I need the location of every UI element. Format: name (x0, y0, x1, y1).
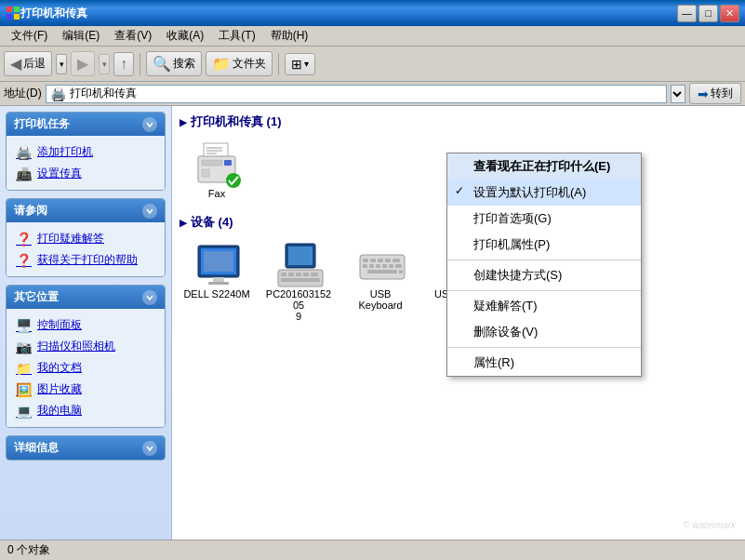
ctx-troubleshoot-label: 疑难解答(T) (473, 299, 538, 313)
sidebar-item-scanner-camera[interactable]: 📷 扫描仪和照相机 (14, 336, 157, 357)
minimize-button[interactable]: — (677, 5, 697, 22)
control-panel-label: 控制面板 (37, 317, 82, 333)
ctx-item-printing-prefs[interactable]: 打印首选项(G) (447, 206, 641, 232)
ctx-separator-3 (447, 347, 641, 348)
sidebar-section-title-printer-tasks: 打印机任务 (14, 116, 70, 132)
sidebar-header-printer-tasks[interactable]: 打印机任务 (7, 113, 165, 136)
go-arrow-icon: ➡ (698, 87, 709, 101)
views-dropdown-arrow: ▾ (304, 59, 309, 69)
up-button[interactable]: ↑ (113, 52, 134, 76)
ctx-item-set-default[interactable]: 设置为默认打印机(A) (447, 180, 641, 206)
address-bar: 地址(D) 🖨️ 打印机和传真 ▾ ➡ 转到 (0, 82, 745, 106)
back-dropdown[interactable]: ▾ (56, 54, 67, 74)
ctx-item-printer-props[interactable]: 打印机属性(P) (447, 232, 641, 258)
pc-icon (276, 242, 321, 287)
forward-button[interactable]: ▶ (71, 51, 95, 76)
collapse-printer-tasks[interactable] (142, 117, 157, 132)
ctx-item-delete[interactable]: 删除设备(V) (447, 319, 641, 345)
ctx-item-properties[interactable]: 属性(R) (447, 350, 641, 376)
sidebar-header-see-also[interactable]: 请参阅 (7, 199, 165, 222)
window-title: 打印机和传真 (20, 6, 677, 21)
device-item-pc[interactable]: PC20160315205 9 (261, 238, 336, 326)
sidebar-section-printer-tasks: 打印机任务 🖨️ 添加打印机 📠 设置传真 (6, 112, 166, 191)
device-item-keyboard[interactable]: USB Keyboard (343, 238, 418, 326)
print-help-label: 获得关于打印的帮助 (37, 252, 138, 268)
troubleshoot-icon: ❓ (16, 232, 32, 247)
menu-view[interactable]: 查看(V) (107, 26, 159, 46)
sidebar-item-setup-fax[interactable]: 📠 设置传真 (14, 163, 157, 184)
sidebar-section-other-places: 其它位置 🖥️ 控制面板 📷 扫描仪和照相机 📁 我的文档 (6, 285, 166, 428)
address-path-icon: 🖨️ (50, 87, 66, 101)
svg-rect-11 (202, 169, 209, 177)
context-menu: 查看现在正在打印什么(E) 设置为默认打印机(A) 打印首选项(G) 打印机属性… (446, 153, 642, 377)
scanner-camera-label: 扫描仪和照相机 (37, 339, 115, 354)
sidebar-item-control-panel[interactable]: 🖥️ 控制面板 (14, 314, 157, 336)
menu-file[interactable]: 文件(F) (4, 26, 55, 46)
maximize-button[interactable]: □ (698, 5, 718, 22)
svg-rect-1 (14, 7, 20, 12)
svg-rect-3 (14, 14, 20, 20)
ctx-separator-1 (447, 260, 641, 260)
menu-favorites[interactable]: 收藏(A) (159, 26, 211, 46)
dell-monitor-label: DELL S2240M (183, 288, 249, 300)
sidebar-section-details: 详细信息 (6, 435, 166, 460)
scanner-camera-icon: 📷 (16, 340, 32, 354)
collapse-see-also[interactable] (142, 204, 157, 219)
up-arrow-icon: ↑ (120, 56, 127, 73)
sidebar-item-my-pictures[interactable]: 🖼️ 图片收藏 (14, 379, 157, 400)
sidebar-item-troubleshoot[interactable]: ❓ 打印疑难解答 (14, 228, 157, 249)
forward-dropdown[interactable]: ▾ (99, 54, 110, 74)
ctx-item-create-shortcut[interactable]: 创建快捷方式(S) (447, 262, 641, 288)
svg-rect-22 (303, 273, 309, 276)
toolbar-separator-1 (140, 53, 140, 75)
address-input[interactable]: 🖨️ 打印机和传真 (46, 85, 667, 103)
svg-rect-37 (389, 264, 393, 268)
sidebar-item-add-printer[interactable]: 🖨️ 添加打印机 (14, 141, 157, 163)
svg-rect-0 (7, 7, 12, 12)
svg-rect-36 (382, 264, 387, 268)
toolbar: ◀ 后退 ▾ ▶ ▾ ↑ 🔍 搜索 📁 文件夹 ⊞ ▾ (0, 47, 745, 82)
search-button[interactable]: 🔍 搜索 (146, 51, 202, 76)
add-printer-label: 添加打印机 (37, 144, 93, 160)
sidebar-section-title-other-places: 其它位置 (14, 289, 59, 305)
close-button[interactable]: ✕ (720, 5, 739, 22)
views-button[interactable]: ⊞ ▾ (285, 53, 315, 75)
sidebar-header-details[interactable]: 详细信息 (7, 436, 165, 460)
back-button[interactable]: ◀ 后退 (4, 51, 52, 76)
menu-edit[interactable]: 编辑(E) (55, 26, 107, 46)
svg-rect-20 (288, 273, 294, 276)
troubleshoot-label: 打印疑难解答 (37, 231, 104, 247)
menu-tools[interactable]: 工具(T) (211, 26, 262, 46)
sidebar-item-my-computer[interactable]: 💻 我的电脑 (14, 400, 157, 421)
add-printer-icon: 🖨️ (16, 145, 32, 160)
ctx-separator-2 (447, 290, 641, 291)
pc-label: PC20160315205 9 (265, 288, 332, 322)
collapse-details[interactable] (142, 441, 157, 456)
collapse-other-places[interactable] (142, 290, 157, 305)
device-item-fax[interactable]: Fax (180, 138, 254, 203)
sidebar-item-print-help[interactable]: ❓ 获得关于打印的帮助 (14, 249, 157, 271)
address-dropdown[interactable]: ▾ (671, 85, 685, 103)
search-label: 搜索 (173, 56, 195, 72)
dell-monitor-icon (194, 242, 239, 287)
svg-rect-28 (363, 259, 368, 262)
ctx-item-see-printing[interactable]: 查看现在正在打印什么(E) (447, 153, 641, 180)
ctx-item-troubleshoot[interactable]: 疑难解答(T) (447, 293, 641, 319)
svg-rect-34 (369, 264, 374, 268)
sidebar-content-other-places: 🖥️ 控制面板 📷 扫描仪和照相机 📁 我的文档 🖼️ 图片收藏 💻 (7, 309, 165, 427)
control-panel-icon: 🖥️ (16, 318, 32, 333)
menu-help[interactable]: 帮助(H) (263, 26, 316, 46)
sidebar-item-my-documents[interactable]: 📁 我的文档 (14, 357, 157, 379)
folders-button[interactable]: 📁 文件夹 (206, 51, 273, 76)
ctx-printing-prefs-label: 打印首选项(G) (473, 211, 552, 225)
device-item-dell-monitor[interactable]: DELL S2240M (180, 238, 254, 326)
svg-rect-2 (7, 14, 12, 20)
svg-rect-32 (392, 259, 400, 262)
go-button[interactable]: ➡ 转到 (689, 83, 741, 104)
ctx-properties-label: 属性(R) (473, 355, 514, 369)
svg-rect-35 (376, 264, 380, 268)
status-bar: 0 个对象 (0, 540, 745, 560)
ctx-set-default-label: 设置为默认打印机(A) (473, 185, 586, 199)
sidebar-header-other-places[interactable]: 其它位置 (7, 286, 165, 309)
sidebar-content-printer-tasks: 🖨️ 添加打印机 📠 设置传真 (7, 136, 165, 190)
